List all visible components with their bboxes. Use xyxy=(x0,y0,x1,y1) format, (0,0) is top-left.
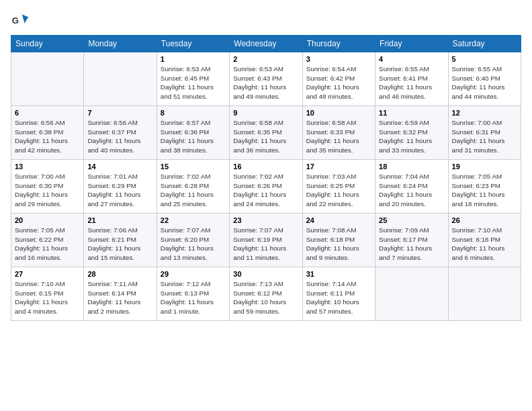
calendar-cell: 4Sunrise: 6:55 AM Sunset: 6:41 PM Daylig… xyxy=(375,52,448,106)
day-detail: Sunrise: 7:00 AM Sunset: 6:31 PM Dayligh… xyxy=(452,118,517,155)
weekday-header-friday: Friday xyxy=(375,36,448,52)
day-detail: Sunrise: 6:58 AM Sunset: 6:33 PM Dayligh… xyxy=(306,118,371,155)
day-number: 14 xyxy=(87,163,152,171)
day-detail: Sunrise: 7:02 AM Sunset: 6:28 PM Dayligh… xyxy=(161,172,226,209)
calendar-cell xyxy=(11,52,84,106)
day-detail: Sunrise: 6:54 AM Sunset: 6:42 PM Dayligh… xyxy=(306,64,371,101)
weekday-header-saturday: Saturday xyxy=(448,36,521,52)
calendar-week-1: 1Sunrise: 6:53 AM Sunset: 6:45 PM Daylig… xyxy=(11,52,521,106)
day-detail: Sunrise: 7:14 AM Sunset: 6:11 PM Dayligh… xyxy=(306,279,371,316)
calendar-week-2: 6Sunrise: 6:56 AM Sunset: 6:38 PM Daylig… xyxy=(11,106,521,160)
day-detail: Sunrise: 7:07 AM Sunset: 6:20 PM Dayligh… xyxy=(161,226,226,263)
calendar-cell: 22Sunrise: 7:07 AM Sunset: 6:20 PM Dayli… xyxy=(157,214,229,267)
calendar-cell: 28Sunrise: 7:11 AM Sunset: 6:14 PM Dayli… xyxy=(84,267,157,321)
day-detail: Sunrise: 7:03 AM Sunset: 6:25 PM Dayligh… xyxy=(306,172,371,209)
calendar-cell: 9Sunrise: 6:58 AM Sunset: 6:35 PM Daylig… xyxy=(230,106,302,160)
calendar-cell: 30Sunrise: 7:13 AM Sunset: 6:12 PM Dayli… xyxy=(230,267,302,321)
day-detail: Sunrise: 7:13 AM Sunset: 6:12 PM Dayligh… xyxy=(233,279,298,316)
weekday-header-tuesday: Tuesday xyxy=(157,36,229,52)
day-number: 31 xyxy=(306,270,371,278)
day-detail: Sunrise: 7:05 AM Sunset: 6:23 PM Dayligh… xyxy=(452,172,517,209)
day-detail: Sunrise: 7:09 AM Sunset: 6:17 PM Dayligh… xyxy=(379,226,444,263)
calendar-cell: 20Sunrise: 7:05 AM Sunset: 6:22 PM Dayli… xyxy=(11,214,84,267)
calendar-table: SundayMondayTuesdayWednesdayThursdayFrid… xyxy=(11,35,521,321)
calendar-cell: 27Sunrise: 7:10 AM Sunset: 6:15 PM Dayli… xyxy=(11,267,84,321)
weekday-header-sunday: Sunday xyxy=(11,36,84,52)
calendar-cell: 10Sunrise: 6:58 AM Sunset: 6:33 PM Dayli… xyxy=(302,106,375,160)
day-detail: Sunrise: 7:02 AM Sunset: 6:26 PM Dayligh… xyxy=(233,172,298,209)
weekday-header-monday: Monday xyxy=(84,36,157,52)
day-detail: Sunrise: 6:56 AM Sunset: 6:38 PM Dayligh… xyxy=(15,118,80,155)
calendar-cell: 3Sunrise: 6:54 AM Sunset: 6:42 PM Daylig… xyxy=(302,52,375,106)
day-number: 6 xyxy=(15,109,80,117)
day-number: 26 xyxy=(452,216,517,224)
calendar-cell: 26Sunrise: 7:10 AM Sunset: 6:16 PM Dayli… xyxy=(448,214,521,267)
day-number: 5 xyxy=(452,55,517,63)
weekday-header-wednesday: Wednesday xyxy=(230,36,302,52)
day-detail: Sunrise: 6:59 AM Sunset: 6:32 PM Dayligh… xyxy=(379,118,444,155)
page-header: G xyxy=(11,11,521,30)
svg-marker-1 xyxy=(22,15,28,24)
calendar-cell: 21Sunrise: 7:06 AM Sunset: 6:21 PM Dayli… xyxy=(84,214,157,267)
calendar-cell: 31Sunrise: 7:14 AM Sunset: 6:11 PM Dayli… xyxy=(302,267,375,321)
day-detail: Sunrise: 7:01 AM Sunset: 6:29 PM Dayligh… xyxy=(87,172,152,209)
day-number: 21 xyxy=(87,216,152,224)
day-number: 22 xyxy=(161,216,226,224)
day-number: 13 xyxy=(15,163,80,171)
calendar-cell: 11Sunrise: 6:59 AM Sunset: 6:32 PM Dayli… xyxy=(375,106,448,160)
calendar-cell: 5Sunrise: 6:55 AM Sunset: 6:40 PM Daylig… xyxy=(448,52,521,106)
day-detail: Sunrise: 6:55 AM Sunset: 6:41 PM Dayligh… xyxy=(379,64,444,101)
logo: G xyxy=(11,11,32,30)
day-detail: Sunrise: 7:12 AM Sunset: 6:13 PM Dayligh… xyxy=(161,279,226,316)
day-number: 25 xyxy=(379,216,444,224)
calendar-cell: 1Sunrise: 6:53 AM Sunset: 6:45 PM Daylig… xyxy=(157,52,229,106)
calendar-cell: 24Sunrise: 7:08 AM Sunset: 6:18 PM Dayli… xyxy=(302,214,375,267)
day-detail: Sunrise: 7:10 AM Sunset: 6:15 PM Dayligh… xyxy=(15,279,80,316)
day-detail: Sunrise: 7:11 AM Sunset: 6:14 PM Dayligh… xyxy=(87,279,152,316)
day-number: 7 xyxy=(87,109,152,117)
day-number: 27 xyxy=(15,270,80,278)
calendar-cell: 18Sunrise: 7:04 AM Sunset: 6:24 PM Dayli… xyxy=(375,160,448,214)
day-number: 24 xyxy=(306,216,371,224)
calendar-week-3: 13Sunrise: 7:00 AM Sunset: 6:30 PM Dayli… xyxy=(11,160,521,214)
day-number: 28 xyxy=(87,270,152,278)
day-number: 4 xyxy=(379,55,444,63)
day-detail: Sunrise: 7:04 AM Sunset: 6:24 PM Dayligh… xyxy=(379,172,444,209)
svg-text:G: G xyxy=(12,15,19,26)
day-detail: Sunrise: 7:07 AM Sunset: 6:19 PM Dayligh… xyxy=(233,226,298,263)
day-detail: Sunrise: 6:53 AM Sunset: 6:43 PM Dayligh… xyxy=(233,64,298,101)
calendar-cell: 15Sunrise: 7:02 AM Sunset: 6:28 PM Dayli… xyxy=(157,160,229,214)
calendar-week-5: 27Sunrise: 7:10 AM Sunset: 6:15 PM Dayli… xyxy=(11,267,521,321)
calendar-cell: 12Sunrise: 7:00 AM Sunset: 6:31 PM Dayli… xyxy=(448,106,521,160)
day-number: 2 xyxy=(233,55,298,63)
day-detail: Sunrise: 7:06 AM Sunset: 6:21 PM Dayligh… xyxy=(87,226,152,263)
day-detail: Sunrise: 6:57 AM Sunset: 6:36 PM Dayligh… xyxy=(161,118,226,155)
day-number: 19 xyxy=(452,163,517,171)
day-detail: Sunrise: 7:10 AM Sunset: 6:16 PM Dayligh… xyxy=(452,226,517,263)
calendar-cell: 23Sunrise: 7:07 AM Sunset: 6:19 PM Dayli… xyxy=(230,214,302,267)
calendar-cell: 29Sunrise: 7:12 AM Sunset: 6:13 PM Dayli… xyxy=(157,267,229,321)
calendar-cell: 6Sunrise: 6:56 AM Sunset: 6:38 PM Daylig… xyxy=(11,106,84,160)
day-detail: Sunrise: 6:53 AM Sunset: 6:45 PM Dayligh… xyxy=(161,64,226,101)
calendar-cell: 8Sunrise: 6:57 AM Sunset: 6:36 PM Daylig… xyxy=(157,106,229,160)
day-number: 9 xyxy=(233,109,298,117)
day-number: 10 xyxy=(306,109,371,117)
day-detail: Sunrise: 7:08 AM Sunset: 6:18 PM Dayligh… xyxy=(306,226,371,263)
weekday-header-row: SundayMondayTuesdayWednesdayThursdayFrid… xyxy=(11,36,521,52)
day-detail: Sunrise: 6:58 AM Sunset: 6:35 PM Dayligh… xyxy=(233,118,298,155)
day-detail: Sunrise: 7:05 AM Sunset: 6:22 PM Dayligh… xyxy=(15,226,80,263)
day-number: 18 xyxy=(379,163,444,171)
day-number: 1 xyxy=(161,55,226,63)
weekday-header-thursday: Thursday xyxy=(302,36,375,52)
calendar-cell: 17Sunrise: 7:03 AM Sunset: 6:25 PM Dayli… xyxy=(302,160,375,214)
day-number: 3 xyxy=(306,55,371,63)
day-number: 29 xyxy=(161,270,226,278)
calendar-cell: 14Sunrise: 7:01 AM Sunset: 6:29 PM Dayli… xyxy=(84,160,157,214)
calendar-cell: 19Sunrise: 7:05 AM Sunset: 6:23 PM Dayli… xyxy=(448,160,521,214)
calendar-cell xyxy=(84,52,157,106)
day-detail: Sunrise: 7:00 AM Sunset: 6:30 PM Dayligh… xyxy=(15,172,80,209)
calendar-cell: 25Sunrise: 7:09 AM Sunset: 6:17 PM Dayli… xyxy=(375,214,448,267)
logo-icon: G xyxy=(11,11,30,30)
calendar-cell: 13Sunrise: 7:00 AM Sunset: 6:30 PM Dayli… xyxy=(11,160,84,214)
calendar-cell xyxy=(448,267,521,321)
